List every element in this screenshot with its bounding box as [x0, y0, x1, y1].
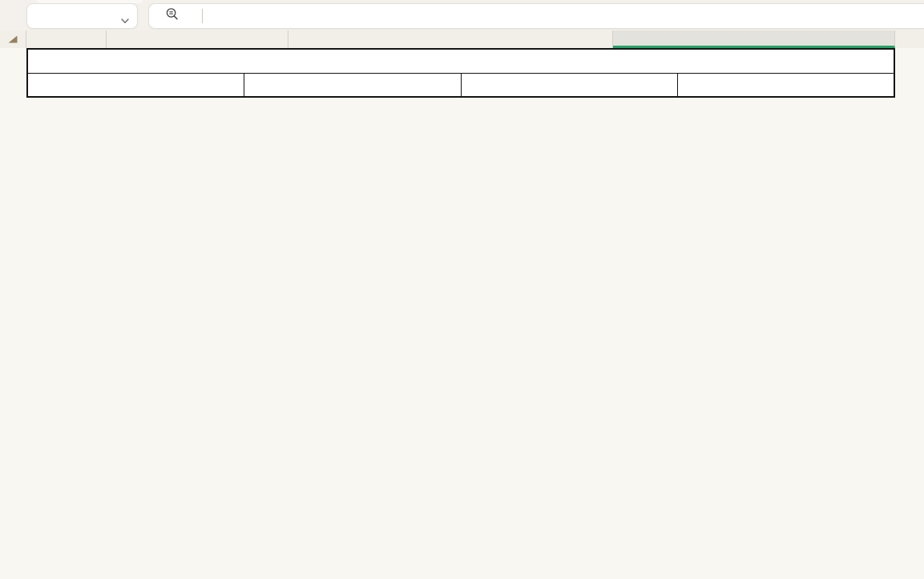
sheet-title-cell[interactable]	[27, 49, 894, 73]
header-cell-name[interactable]	[244, 73, 462, 97]
formula-bar[interactable]	[148, 3, 924, 29]
table-row	[27, 49, 894, 73]
sheet-area	[0, 48, 924, 579]
column-header-row	[0, 30, 924, 48]
data-table	[26, 48, 895, 98]
column-header-e[interactable]	[895, 30, 924, 48]
cell-name-box[interactable]	[26, 3, 138, 29]
column-header-c[interactable]	[288, 30, 613, 48]
table-header-row	[27, 73, 894, 97]
column-header-d[interactable]	[613, 30, 895, 48]
header-cell-code[interactable]	[27, 73, 244, 97]
select-all-icon	[9, 36, 18, 43]
column-header-b[interactable]	[107, 30, 288, 48]
chevron-down-icon[interactable]	[121, 14, 129, 26]
formula-input[interactable]	[203, 4, 924, 28]
select-all-corner[interactable]	[0, 30, 26, 48]
header-cell-phone[interactable]	[678, 73, 895, 97]
header-cell-url[interactable]	[461, 73, 678, 97]
spreadsheet-app	[0, 0, 924, 579]
column-header-a[interactable]	[26, 30, 107, 48]
formula-toolbar	[0, 0, 924, 30]
magnifier-icon[interactable]	[165, 7, 180, 25]
